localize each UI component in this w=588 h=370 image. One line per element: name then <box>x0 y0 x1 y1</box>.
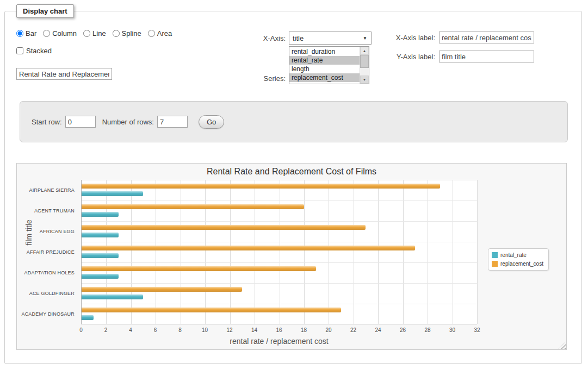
radio-option-column[interactable]: Column <box>43 29 77 37</box>
x-tick-label: 14 <box>251 327 257 333</box>
grid-line <box>304 180 305 324</box>
series-option-length[interactable]: length <box>289 65 360 73</box>
bar-replacement_cost <box>82 266 316 271</box>
start-row-input[interactable] <box>65 116 96 128</box>
scroll-up-icon[interactable]: ▲ <box>360 47 369 55</box>
chart-legend: rental_ratereplacement_cost <box>488 248 549 271</box>
series-scrollbar[interactable]: ▲ ▼ <box>360 47 369 84</box>
grid-line <box>181 180 181 324</box>
legend-label: rental_rate <box>500 252 527 258</box>
grid-line <box>82 262 477 263</box>
series-option-rental_duration[interactable]: rental_duration <box>289 47 360 56</box>
radio-area[interactable] <box>148 30 155 37</box>
grid-line <box>354 180 354 324</box>
x-tick-label: 8 <box>178 327 182 333</box>
stacked-checkbox[interactable] <box>16 47 23 54</box>
grid-line <box>82 242 477 242</box>
radio-label-line: Line <box>92 29 106 37</box>
bar-rental_rate <box>82 315 94 320</box>
grid-line <box>230 180 231 324</box>
x-tick-label: 18 <box>301 327 307 333</box>
x-axis-label-input[interactable] <box>439 32 534 43</box>
grid-line <box>477 180 478 324</box>
x-tick-label: 4 <box>129 327 132 333</box>
bar-rental_rate <box>82 274 119 279</box>
plot-area <box>81 180 477 324</box>
radio-option-spline[interactable]: Spline <box>113 29 141 37</box>
bar-replacement_cost <box>82 204 304 209</box>
radio-option-area[interactable]: Area <box>148 29 172 37</box>
x-tick-label: 22 <box>350 327 356 333</box>
stacked-label: Stacked <box>26 47 52 55</box>
scrollbar-thumb[interactable] <box>360 55 369 68</box>
chart: Rental Rate and Replacement Cost of Film… <box>16 163 567 350</box>
radio-spline[interactable] <box>113 30 120 37</box>
grid-line <box>82 180 477 180</box>
x-axis-title: rental rate / replacement cost <box>81 337 477 346</box>
radio-option-bar[interactable]: Bar <box>16 29 36 37</box>
grid-line <box>106 180 107 324</box>
series-label: Series: <box>242 74 286 83</box>
category-axis: AIRPLANE SIERRAAGENT TRUMANAFRICAN EGGAF… <box>17 180 78 324</box>
radio-bar[interactable] <box>16 30 23 37</box>
radio-option-line[interactable]: Line <box>83 29 106 37</box>
legend-swatch <box>492 261 498 267</box>
x-tick-label: 0 <box>79 327 83 333</box>
resize-grip-icon[interactable] <box>559 342 566 349</box>
bar-replacement_cost <box>82 225 366 230</box>
chart-title-input[interactable] <box>16 68 112 80</box>
x-tick-label: 12 <box>226 327 232 333</box>
number-of-rows-label: Number of rows: <box>102 118 154 126</box>
x-tick-label: 16 <box>276 327 282 333</box>
grid-line <box>403 180 404 324</box>
bar-rental_rate <box>82 191 143 196</box>
dropdown-arrow-icon: ▼ <box>363 36 367 41</box>
x-tick-label: 26 <box>400 327 406 333</box>
bar-replacement_cost <box>82 246 415 250</box>
series-options: rental_durationrental_ratelengthreplacem… <box>289 47 360 82</box>
radio-label-spline: Spline <box>122 29 141 37</box>
x-tick-label: 24 <box>375 327 381 333</box>
series-option-rental_rate[interactable]: rental_rate <box>289 56 360 65</box>
grid-line <box>428 180 428 324</box>
x-axis-select-row: X-Axis: title ▼ <box>242 32 372 45</box>
chart-type-radio-group: BarColumnLineSplineArea <box>16 29 178 37</box>
x-axis-select[interactable]: title ▼ <box>289 32 372 45</box>
legend-item-rental_rate[interactable]: rental_rate <box>492 252 543 258</box>
y-axis-label-input[interactable] <box>439 51 534 62</box>
grid-line <box>82 304 477 304</box>
grid-line <box>255 180 255 324</box>
grid-line <box>156 180 156 324</box>
category-label: ADAPTATION HOLES <box>17 262 75 283</box>
category-label: ACADEMY DINOSAUR <box>17 304 75 324</box>
bar-rental_rate <box>82 253 119 258</box>
radio-label-bar: Bar <box>26 29 36 37</box>
series-select-row: Series: rental_durationrental_ratelength… <box>242 46 369 84</box>
start-row-label: Start row: <box>32 118 62 126</box>
x-axis-selected-value: title <box>293 34 304 42</box>
bar-rental_rate <box>82 233 119 237</box>
display-chart-panel: Display chart BarColumnLineSplineArea St… <box>4 11 582 364</box>
category-label: AFRICAN EGG <box>17 221 75 242</box>
grid-line <box>82 283 477 284</box>
x-axis-label-label: X-Axis label: <box>386 34 435 42</box>
legend-label: replacement_cost <box>500 261 543 267</box>
go-button[interactable]: Go <box>199 115 224 129</box>
category-label: AIRPLANE SIERRA <box>17 180 75 200</box>
grid-line <box>378 180 379 324</box>
x-tick-label: 20 <box>325 327 331 333</box>
radio-line[interactable] <box>83 30 90 37</box>
series-option-replacement_cost[interactable]: replacement_cost <box>289 73 360 82</box>
number-of-rows-input[interactable] <box>157 116 188 128</box>
scroll-down-icon[interactable]: ▼ <box>360 76 369 84</box>
radio-label-column: Column <box>52 29 77 37</box>
bar-rental_rate <box>82 294 143 299</box>
legend-item-replacement_cost[interactable]: replacement_cost <box>492 261 543 267</box>
series-listbox[interactable]: rental_durationrental_ratelengthreplacem… <box>289 46 369 84</box>
x-axis-select-label: X-Axis: <box>242 34 286 42</box>
radio-label-area: Area <box>157 29 172 37</box>
panel-title: Display chart <box>16 4 74 18</box>
chart-title: Rental Rate and Replacement Cost of Film… <box>17 167 566 177</box>
radio-column[interactable] <box>43 30 50 37</box>
x-tick-label: 2 <box>104 327 108 333</box>
